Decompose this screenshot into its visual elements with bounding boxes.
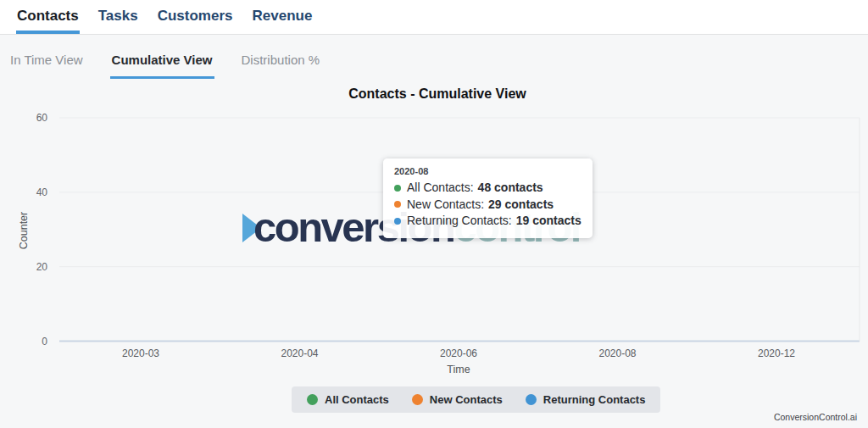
nav-tab-customers[interactable]: Customers xyxy=(157,0,234,34)
chart-tooltip: 2020-08 All Contacts: 48 contacts New Co… xyxy=(383,158,593,238)
svg-text:2020-08: 2020-08 xyxy=(598,347,636,359)
nav-tab-revenue[interactable]: Revenue xyxy=(252,0,314,34)
orange-dot-icon xyxy=(412,394,423,405)
svg-text:2020-12: 2020-12 xyxy=(758,347,795,359)
tooltip-label: All Contacts: xyxy=(407,180,474,197)
svg-text:2020-06: 2020-06 xyxy=(440,347,477,359)
tooltip-label: Returning Contacts: xyxy=(407,213,512,230)
nav-tab-contacts[interactable]: Contacts xyxy=(16,0,80,34)
tooltip-row-returning-contacts: Returning Contacts: 19 contacts xyxy=(394,213,581,230)
blue-dot-icon xyxy=(394,218,401,225)
tab-in-time-view[interactable]: In Time View xyxy=(8,53,85,79)
chart-legend: All Contacts New Contacts Returning Cont… xyxy=(292,386,660,413)
legend-item-all-contacts[interactable]: All Contacts xyxy=(307,393,389,406)
blue-dot-icon xyxy=(526,394,537,405)
legend-item-returning-contacts[interactable]: Returning Contacts xyxy=(526,393,646,406)
svg-text:2020-03: 2020-03 xyxy=(122,347,159,359)
top-nav: Contacts Tasks Customers Revenue xyxy=(0,0,868,34)
chart-title: Contacts - Cumulative View xyxy=(0,86,868,102)
tab-cumulative-view[interactable]: Cumulative View xyxy=(110,53,214,79)
app-root: Contacts Tasks Customers Revenue In Time… xyxy=(0,0,868,428)
svg-text:2020-04: 2020-04 xyxy=(281,347,318,359)
tooltip-value: 48 contacts xyxy=(478,180,543,197)
svg-text:Counter: Counter xyxy=(18,212,30,249)
svg-text:Time: Time xyxy=(447,364,470,375)
tooltip-label: New Contacts: xyxy=(407,197,484,214)
tooltip-row-new-contacts: New Contacts: 29 contacts xyxy=(394,197,581,214)
legend-item-new-contacts[interactable]: New Contacts xyxy=(412,393,503,406)
legend-label: All Contacts xyxy=(325,393,389,406)
top-nav-bar: Contacts Tasks Customers Revenue xyxy=(0,0,868,35)
green-dot-icon xyxy=(394,185,401,192)
green-dot-icon xyxy=(307,394,318,405)
svg-text:60: 60 xyxy=(36,112,48,124)
tooltip-value: 19 contacts xyxy=(516,213,581,230)
tooltip-row-all-contacts: All Contacts: 48 contacts xyxy=(394,180,581,197)
legend-label: New Contacts xyxy=(430,393,503,406)
svg-text:20: 20 xyxy=(36,261,48,273)
footer-brand: ConversionControl.ai xyxy=(774,412,857,422)
tooltip-date: 2020-08 xyxy=(394,166,581,176)
svg-text:40: 40 xyxy=(36,186,48,198)
view-tabs: In Time View Cumulative View Distributio… xyxy=(0,35,868,79)
orange-dot-icon xyxy=(394,201,401,208)
nav-tab-tasks[interactable]: Tasks xyxy=(97,0,139,34)
legend-label: Returning Contacts xyxy=(543,393,646,406)
svg-text:0: 0 xyxy=(42,336,47,347)
tab-distribution-pct[interactable]: Distribution % xyxy=(240,53,322,79)
tooltip-value: 29 contacts xyxy=(488,197,554,214)
